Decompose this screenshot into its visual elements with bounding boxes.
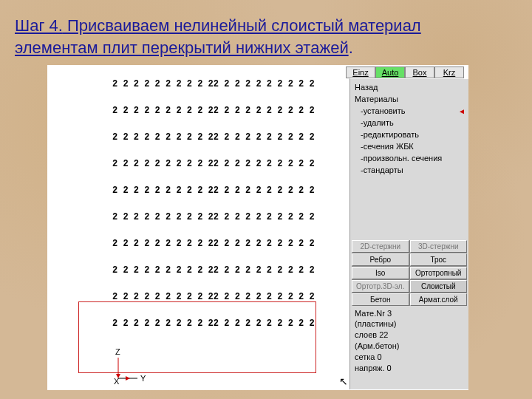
btn-3d-bars[interactable]: 3D-стержни xyxy=(410,240,468,253)
cursor-icon: ↖ xyxy=(339,375,348,387)
info-type: (пластины) xyxy=(355,318,465,330)
menu-set[interactable]: -установить xyxy=(361,106,406,117)
app-window: Einz Auto Box Krz 2 2 2 2 2 2 2 2 2 22 2… xyxy=(47,65,468,390)
btn-rib[interactable]: Ребро xyxy=(352,253,409,266)
btn-layered[interactable]: Слоистый xyxy=(410,280,468,293)
btn-ortho-3d[interactable]: Ортотр.3D-эл. xyxy=(352,280,409,293)
model-viewport[interactable]: 2 2 2 2 2 2 2 2 2 22 2 2 2 2 2 2 2 2 2 2… xyxy=(47,65,349,389)
btn-2d-bars[interactable]: 2D-стержни xyxy=(352,240,409,253)
title-period: . xyxy=(349,38,353,57)
active-marker-icon: ◄ xyxy=(458,106,466,117)
menu-standards[interactable]: -стандарты xyxy=(355,165,466,177)
svg-marker-3 xyxy=(126,376,130,381)
menu-free-sections[interactable]: -произвольн. сечения xyxy=(355,153,466,165)
element-row[interactable]: 2 2 2 2 2 2 2 2 2 22 2 2 2 2 2 2 2 2 2 xyxy=(112,133,315,142)
info-layers: слоев 22 xyxy=(355,330,465,341)
selection-mode-tabs: Einz Auto Box Krz xyxy=(346,66,464,78)
btn-orthotropic[interactable]: Ортотропный xyxy=(410,267,468,279)
element-rows: 2 2 2 2 2 2 2 2 2 22 2 2 2 2 2 2 2 2 2 2… xyxy=(112,80,315,328)
page-title: Шаг 4. Присваиваем нелинейный слоистый м… xyxy=(15,15,429,58)
element-row[interactable]: 2 2 2 2 2 2 2 2 2 22 2 2 2 2 2 2 2 2 2 xyxy=(112,160,315,168)
btn-cable[interactable]: Трос xyxy=(410,253,468,266)
menu-back[interactable]: Назад xyxy=(355,82,378,94)
btn-rebar-layer[interactable]: Армат.слой xyxy=(410,293,468,306)
element-row[interactable]: 2 2 2 2 2 2 2 2 2 22 2 2 2 2 2 2 2 2 2 xyxy=(112,213,315,222)
mode-krz[interactable]: Krz xyxy=(434,66,464,78)
title-part-1: Присваиваем нелинейный слоистый материал xyxy=(63,16,421,35)
info-stress: напряж. 0 xyxy=(355,363,465,374)
axis-z-label: Z xyxy=(115,347,120,356)
mode-auto[interactable]: Auto xyxy=(375,66,405,78)
element-row[interactable]: 2 2 2 2 2 2 2 2 2 22 2 2 2 2 2 2 2 2 2 xyxy=(112,266,315,275)
axis-y-label: Y xyxy=(140,374,146,383)
material-info: Мате.Nr 3 (пластины) слоев 22 (Арм.бетон… xyxy=(350,306,468,375)
element-row[interactable]: 2 2 2 2 2 2 2 2 2 22 2 2 2 2 2 2 2 2 2 xyxy=(112,239,315,248)
menu-delete[interactable]: -удалить xyxy=(355,117,466,129)
element-row[interactable]: 2 2 2 2 2 2 2 2 2 22 2 2 2 2 2 2 2 2 2 xyxy=(112,293,315,301)
menu-edit[interactable]: -редактировать xyxy=(355,129,466,141)
axis-indicator: Z X Y xyxy=(114,347,158,386)
axis-x-label: X xyxy=(114,377,120,386)
mode-box[interactable]: Box xyxy=(405,66,434,78)
material-type-grid: 2D-стержни 3D-стержни Ребро Трос Iso Орт… xyxy=(352,240,467,306)
info-reinf: (Арм.бетон) xyxy=(355,341,465,352)
element-row[interactable]: 2 2 2 2 2 2 2 2 2 22 2 2 2 2 2 2 2 2 2 xyxy=(112,186,315,195)
step-label: Шаг 4. xyxy=(15,16,63,35)
menu-sections[interactable]: -сечения ЖБК xyxy=(355,141,466,153)
element-row[interactable]: 2 2 2 2 2 2 2 2 2 22 2 2 2 2 2 2 2 2 2 xyxy=(112,106,315,115)
info-mat-nr: Мате.Nr 3 xyxy=(355,308,465,319)
element-row[interactable]: 2 2 2 2 2 2 2 2 2 22 2 2 2 2 2 2 2 2 2 xyxy=(112,80,315,89)
command-menu: Назад Материалы -установить◄ -удалить -р… xyxy=(350,79,468,178)
mode-einz[interactable]: Einz xyxy=(346,66,375,78)
title-part-2: элементам плит перекрытий нижних этажей xyxy=(15,38,349,57)
btn-iso[interactable]: Iso xyxy=(352,267,409,279)
btn-concrete[interactable]: Бетон xyxy=(352,293,409,306)
menu-materials[interactable]: Материалы xyxy=(355,94,398,106)
side-panel: Назад Материалы -установить◄ -удалить -р… xyxy=(349,78,468,389)
info-mesh: сетка 0 xyxy=(355,352,465,363)
